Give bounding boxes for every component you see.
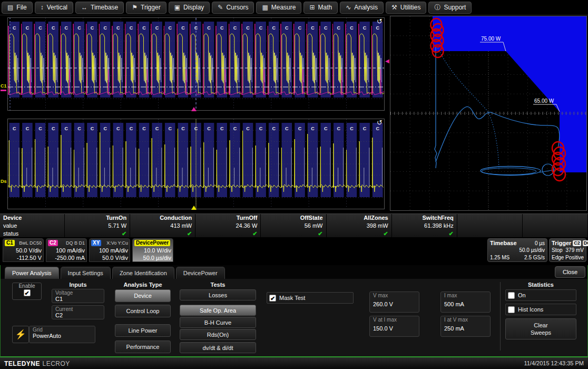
measure-col-conduction[interactable]: Conduction 413 mW ✔ [130,214,195,237]
tab-input-settings[interactable]: Input Settings [61,267,111,279]
menu-button-measure[interactable]: ▦Measure [256,2,301,14]
statistics-on-checkbox[interactable] [508,292,515,299]
trigger-time-marker-bottom[interactable] [191,206,197,210]
menu-button-math[interactable]: ⊞Math [303,2,338,14]
tab-power-analysis[interactable]: Power Analysis [5,267,59,279]
menu-button-display[interactable]: ▣Display [169,2,210,14]
test-bh-curve-button[interactable]: B-H Curve [180,317,256,328]
menu-button-support[interactable]: ⓘSupport [428,2,472,14]
hist-icons-checkbox[interactable] [508,306,515,313]
svg-text:C: C [207,25,211,31]
top-waveform-grid[interactable]: CCCCCCCCCCCCCCCCCCCCCCCCCCCCC ↺ [7,17,385,111]
svg-text:C: C [52,25,55,31]
menu-button-timebase[interactable]: ↔Timebase [75,2,124,14]
test-dvdt-didt-button[interactable]: dv/dt & di/dt [180,342,256,353]
measure-col-empty [457,214,523,237]
xy-soa-display[interactable]: 75.00 W65.00 W [390,16,587,211]
svg-text:C: C [272,25,276,31]
trigger-level-marker[interactable]: ◀ [385,58,389,64]
reset-zoom-icon[interactable]: ↺ [377,18,383,25]
file-icon: ▤ [7,4,13,11]
svg-text:C: C [116,126,120,131]
descriptor-bar: C1BwL DC50 50.0 V/div -112.50 V C2DQ B D… [0,237,588,265]
svg-text:C: C [169,25,172,31]
tab-devicepower[interactable]: DevicePower [176,267,225,279]
svg-text:C: C [91,25,94,31]
statistics-divider [500,282,501,351]
svg-text:C: C [26,25,30,31]
dialog-tabs: Power Analysis Input Settings Zone Ident… [1,265,587,279]
measure-col-allzones[interactable]: AllZones 398 mW ✔ [327,214,392,237]
test-safe-op-area-button[interactable]: Safe Op. Area [180,305,256,316]
enable-checkbox[interactable]: ✔ [24,289,31,296]
menu-button-file[interactable]: ▤File [2,2,33,14]
menu-label: Math [318,4,332,11]
svg-text:C: C [376,25,379,31]
menu-button-cursors[interactable]: ✎Cursors [212,2,254,14]
menu-label: Trigger [141,4,161,11]
grid-mode-button[interactable]: ⚡ [12,326,29,343]
trigger-coupling-badge: DC [583,240,588,246]
measure-col-switchfreq[interactable]: SwitchFreq 61.398 kHz ✔ [392,214,457,237]
svg-text:C: C [337,126,341,131]
statistics-on-checkbox-group[interactable]: On [505,289,576,301]
grid-mode-field[interactable]: Grid PowerAuto [29,326,95,343]
menu-button-utilities[interactable]: ⚒Utilities [386,2,426,14]
svg-text:65.00 W: 65.00 W [534,98,554,104]
xy-badge: XY [91,240,101,246]
status-check-icon: ✔ [395,230,454,237]
svg-text:C: C [130,25,133,31]
tools-icon: ⚒ [391,4,397,11]
i-max-field[interactable]: I max 500 mA [440,292,491,313]
menu-button-trigger[interactable]: ⚑Trigger [126,2,166,14]
svg-text:C: C [103,126,107,131]
svg-text:C: C [246,25,250,31]
enable-checkbox-group[interactable]: Enable ✔ [12,283,42,300]
measure-col-offstate[interactable]: OffState 56 mW ✔ [261,214,326,237]
channel-descriptor-c1[interactable]: C1BwL DC50 50.0 V/div -112.50 V [3,238,44,262]
menu-label: Analysis [354,4,378,11]
mask-test-checkbox-group[interactable]: ✔ Mask Test [267,292,354,304]
test-losses-button[interactable]: Losses [180,289,256,300]
trigger-time-marker-top[interactable] [191,107,197,111]
hist-icons-checkbox-group[interactable]: Hist Icons [505,304,576,315]
measure-icon: ▦ [262,4,268,11]
channel-descriptor-devicepower[interactable]: DevicePower 10.0 W/div 50.0 µs/div [132,238,173,262]
measure-col-turnon[interactable]: TurnOn 5.71 W ✔ [65,214,130,237]
analysis-type-line-power-button[interactable]: Line Power [115,324,171,337]
menu-label: Cursors [226,4,248,11]
timebase-descriptor[interactable]: Timebase0 µs 50.0 µs/div 1.25 MS2.5 GS/s [487,238,547,262]
menu-label: Display [183,4,204,11]
v-at-i-max-field[interactable]: V at I max 150.0 V [369,316,419,337]
current-input-field[interactable]: Current C2 [52,305,104,319]
measure-col-turnoff[interactable]: TurnOff 24.36 W ✔ [195,214,261,237]
lightning-icon: ⚡ [15,329,26,340]
menu-button-analysis[interactable]: ∿Analysis [340,2,384,14]
reset-zoom-icon[interactable]: ↺ [377,119,383,126]
v-max-field[interactable]: V max 260.0 V [369,292,419,313]
mask-test-checkbox[interactable]: ✔ [269,295,276,302]
trigger-descriptor[interactable]: TriggerC2DC Stop379 mV EdgePositive [549,238,586,262]
channel-descriptor-xy[interactable]: XYX:Vo Y:Cu 100 mA/div 50.0 V/div [89,238,130,262]
analysis-type-device-button[interactable]: Device [115,289,171,302]
menu-label: Measure [271,4,296,11]
voltage-input-field[interactable]: Voltage C1 [52,289,104,303]
tab-zone-identification[interactable]: Zone Identification [112,267,174,279]
close-button[interactable]: Close [555,266,585,278]
menu-bar: ▤File ↕Vertical ↔Timebase ⚑Trigger ▣Disp… [0,0,588,15]
svg-text:C: C [13,25,16,31]
status-check-icon: ✔ [68,230,126,237]
channel-descriptor-c2[interactable]: C2DQ B D1 100 mA/div -250.00 mA [46,238,87,262]
svg-text:75.00 W: 75.00 W [481,36,501,42]
svg-text:C: C [363,126,367,131]
svg-text:C: C [130,126,133,131]
i-at-v-max-field[interactable]: I at V max 250 mA [440,316,491,337]
dialog-content: Enable ✔ Inputs Voltage C1 Current C2 ⚡ … [1,279,587,356]
analysis-type-performance-button[interactable]: Performance [115,341,171,353]
menu-button-vertical[interactable]: ↕Vertical [35,2,73,14]
test-rds-on-button[interactable]: Rds(On) [180,329,256,340]
bottom-waveform-grid[interactable]: CCCCCCCCCCCCCCCCCCCCCCCCCCCCC ↺ [7,119,385,209]
svg-text:C: C [52,126,55,131]
analysis-type-control-loop-button[interactable]: Control Loop [115,305,171,317]
clear-sweeps-button[interactable]: Clear Sweeps [505,318,576,339]
